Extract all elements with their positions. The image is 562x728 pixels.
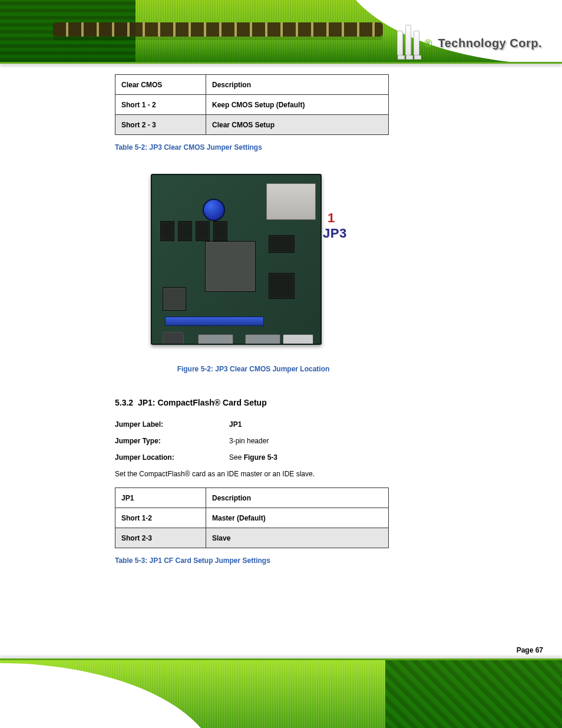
table-cell: Short 2 - 3	[115, 115, 206, 135]
board-illustration: 1 JP3	[151, 169, 356, 350]
clear-cmos-table: Clear CMOS Description Short 1 - 2 Keep …	[115, 74, 389, 135]
table-header: Clear CMOS	[115, 75, 206, 95]
section-title: JP1: CompactFlash® Card Setup	[138, 398, 267, 407]
ram-chip	[178, 221, 192, 241]
table-row: Short 1 - 2 Keep CMOS Setup (Default)	[115, 95, 389, 115]
cf-slot	[266, 183, 316, 220]
spec-key: Jumper Location:	[115, 453, 229, 462]
logo-icon	[397, 25, 419, 55]
spec-row: Jumper Label: JP1	[115, 420, 392, 429]
table-cell: Master (Default)	[206, 508, 389, 528]
figure-block: 1 JP3 Figure 5-2: JP3 Clear CMOS Jumper …	[115, 169, 392, 373]
body-paragraph: Set the CompactFlash® card as an IDE mas…	[115, 470, 392, 478]
io-chip	[163, 287, 186, 311]
page-content: Clear CMOS Description Short 1 - 2 Keep …	[115, 71, 392, 565]
cf-setup-table: JP1 Description Short 1-2 Master (Defaul…	[115, 487, 389, 548]
logo-block: ® Technology Corp.	[397, 25, 542, 55]
cpu-chip	[205, 241, 256, 292]
io-chip	[269, 273, 295, 299]
table-header: JP1	[115, 488, 206, 508]
table-row: Short 2-3 Slave	[115, 528, 389, 548]
table-header: Description	[206, 75, 389, 95]
table-row: Short 1-2 Master (Default)	[115, 508, 389, 528]
table-caption: Table 5-2: JP3 Clear CMOS Jumper Setting…	[115, 143, 392, 151]
table-cell: Short 2-3	[115, 528, 206, 548]
section-number: 5.3.2	[115, 398, 133, 407]
table-header-row: JP1 Description	[115, 488, 389, 508]
ide-connector	[165, 317, 264, 326]
jp3-label: JP3	[323, 226, 347, 241]
logo-registered: ®	[424, 38, 432, 50]
footer-banner	[0, 660, 562, 728]
table-cell: Keep CMOS Setup (Default)	[206, 95, 389, 115]
ram-chip	[213, 221, 227, 241]
rear-port	[245, 334, 280, 345]
coin-battery	[203, 199, 225, 221]
spec-row: Jumper Location: See Figure 5-3	[115, 453, 392, 462]
footer-curve-mask	[0, 660, 218, 728]
spec-key: Jumper Type:	[115, 437, 229, 445]
table-header: Description	[206, 488, 389, 508]
page-number: Page 67	[517, 646, 543, 654]
spec-value: JP1	[229, 420, 242, 429]
rear-port	[198, 334, 233, 345]
figure-caption: Figure 5-2: JP3 Clear CMOS Jumper Locati…	[115, 365, 392, 373]
table-caption: Table 5-3: JP1 CF Card Setup Jumper Sett…	[115, 556, 392, 565]
table-cell: Short 1-2	[115, 508, 206, 528]
table-row: Short 2 - 3 Clear CMOS Setup	[115, 115, 389, 135]
io-chip	[269, 235, 295, 253]
board-pcb	[151, 174, 322, 345]
ram-chip	[196, 221, 210, 241]
ram-chip	[160, 221, 174, 241]
spec-value: See Figure 5-3	[229, 453, 277, 462]
header-underline	[0, 62, 562, 64]
logo-text: Technology Corp.	[438, 37, 542, 50]
table-cell: Clear CMOS Setup	[206, 115, 389, 135]
section-heading: 5.3.2 JP1: CompactFlash® Card Setup	[115, 398, 392, 407]
spec-value: 3-pin header	[229, 437, 269, 445]
table-cell: Slave	[206, 528, 389, 548]
table-cell: Short 1 - 2	[115, 95, 206, 115]
rear-port	[163, 332, 184, 345]
table-header-row: Clear CMOS Description	[115, 75, 389, 95]
rear-port	[283, 334, 313, 345]
spec-row: Jumper Type: 3-pin header	[115, 437, 392, 445]
spec-key: Jumper Label:	[115, 420, 229, 429]
jp3-pin1-label: 1	[328, 210, 335, 226]
